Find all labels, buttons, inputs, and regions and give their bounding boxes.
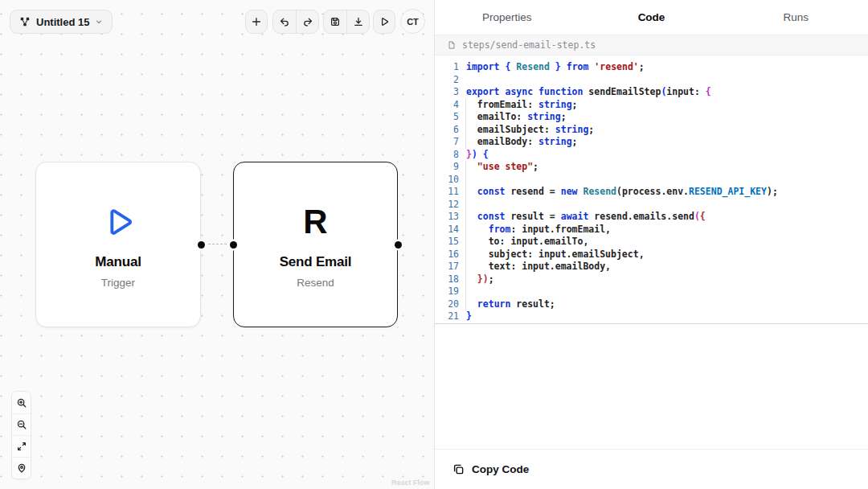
focus-button[interactable]: [12, 457, 31, 479]
code-text: const result = await resend.emails.send(…: [465, 211, 706, 224]
plus-icon: [251, 16, 262, 27]
code-text: "use step";: [465, 161, 538, 174]
add-node-button[interactable]: [245, 10, 268, 34]
code-line: 11 const resend = new Resend(process.env…: [435, 186, 868, 199]
save-button[interactable]: [324, 10, 346, 33]
code-text: export async function sendEmailStep(inpu…: [466, 86, 711, 99]
edge-manual-to-sendemail: [204, 244, 231, 244]
workflow-canvas[interactable]: Untitled 15 CT Manual Trigger R Send Ema…: [0, 0, 434, 489]
code-line: 10: [435, 174, 868, 187]
line-number: 7: [435, 136, 459, 149]
code-text: text: input.emailBody,: [465, 261, 611, 273]
line-number: 16: [435, 249, 459, 261]
code-editor[interactable]: 1import { Resend } from 'resend';23expor…: [435, 55, 868, 323]
handle-manual-source[interactable]: [198, 241, 205, 249]
undo-icon: [279, 16, 290, 27]
play-icon: [379, 16, 390, 27]
code-line: 3export async function sendEmailStep(inp…: [435, 86, 868, 99]
copy-code-bar: Copy Code: [435, 449, 868, 489]
code-line: 17 text: input.emailBody,: [435, 261, 868, 273]
toolbar-group: [323, 10, 370, 34]
code-line: 2: [435, 74, 868, 87]
line-number: 1: [435, 61, 459, 74]
code-line: 15 to: input.emailTo,: [435, 236, 868, 249]
node-subtitle: Trigger: [101, 277, 135, 289]
line-number: 8: [435, 149, 459, 162]
code-line: 8}) {: [435, 149, 868, 162]
fit-view-icon: [16, 441, 27, 452]
code-text: emailTo: string;: [465, 111, 567, 124]
download-icon: [353, 16, 364, 27]
tab-runs[interactable]: Runs: [723, 11, 868, 23]
tab-code[interactable]: Code: [579, 11, 724, 23]
zoom-out-icon: [16, 419, 27, 430]
code-line: 19: [435, 286, 868, 298]
undo-button[interactable]: [273, 10, 296, 33]
tab-properties[interactable]: Properties: [435, 11, 579, 23]
workflow-name-button[interactable]: Untitled 15: [10, 10, 113, 34]
code-line: 1import { Resend } from 'resend';: [435, 61, 868, 74]
line-number: 5: [435, 111, 459, 124]
line-number: 9: [435, 161, 459, 174]
code-text: [465, 174, 466, 187]
code-text: [465, 286, 466, 298]
code-line: 13 const result = await resend.emails.se…: [435, 211, 868, 224]
code-text: }: [466, 310, 472, 323]
redo-button[interactable]: [296, 10, 318, 33]
chevron-down-icon: [95, 18, 103, 26]
handle-sendemail-source[interactable]: [395, 241, 402, 249]
line-number: 4: [435, 99, 459, 112]
trigger-play-icon: [100, 201, 137, 243]
panel-tabs: PropertiesCodeRuns: [435, 0, 868, 35]
copy-code-label: Copy Code: [472, 463, 529, 475]
line-number: 10: [435, 174, 459, 187]
code-text: }) {: [466, 149, 489, 162]
line-number: 14: [435, 224, 459, 236]
code-text: emailBody: string;: [465, 136, 578, 149]
node-title: Manual: [95, 254, 141, 270]
zoom-in-icon: [16, 397, 27, 409]
workflow-icon: [19, 16, 31, 27]
user-avatar[interactable]: CT: [400, 9, 425, 34]
zoom-out-button[interactable]: [12, 413, 31, 435]
line-number: 2: [435, 74, 459, 87]
copy-code-button[interactable]: Copy Code: [452, 463, 529, 475]
node-title: Send Email: [280, 254, 352, 270]
line-number: 18: [435, 273, 459, 286]
code-text: fromEmail: string;: [465, 99, 578, 112]
canvas-zoom-controls: [11, 391, 31, 479]
code-text: [465, 199, 466, 212]
focus-pin-icon: [16, 462, 27, 474]
download-button[interactable]: [346, 10, 369, 33]
code-line: 9 "use step";: [435, 161, 868, 174]
inspector-panel: PropertiesCodeRuns steps/send-email-step…: [434, 0, 868, 489]
code-text: import { Resend } from 'resend';: [466, 61, 645, 74]
code-line: 16 subject: input.emailSubject,: [435, 249, 868, 261]
redo-icon: [302, 16, 313, 27]
code-text: subject: input.emailSubject,: [465, 249, 645, 261]
code-text: const resend = new Resend(process.env.RE…: [465, 186, 778, 199]
code-line: 14 from: input.fromEmail,: [435, 224, 868, 236]
handle-sendemail-target[interactable]: [230, 241, 237, 249]
code-text: from: input.fromEmail,: [465, 224, 611, 236]
file-path: steps/send-email-step.ts: [462, 39, 596, 51]
run-workflow-button[interactable]: [373, 10, 395, 34]
node-manual-trigger[interactable]: Manual Trigger: [35, 162, 201, 327]
file-path-bar: steps/send-email-step.ts: [435, 35, 868, 55]
code-text: });: [465, 273, 494, 286]
workflow-name-label: Untitled 15: [36, 16, 89, 28]
react-flow-attribution: React Flow: [391, 479, 430, 487]
code-line: 21}: [435, 310, 868, 323]
save-icon: [330, 16, 341, 27]
code-line: 18 });: [435, 273, 868, 286]
code-line: 6 emailSubject: string;: [435, 124, 868, 137]
fit-view-button[interactable]: [12, 435, 31, 457]
code-line: 5 emailTo: string;: [435, 111, 868, 124]
node-send-email[interactable]: R Send Email Resend: [233, 162, 398, 327]
line-number: 19: [435, 286, 459, 298]
code-line: 4 fromEmail: string;: [435, 99, 868, 112]
line-number: 12: [435, 199, 459, 212]
code-text: to: input.emailTo,: [465, 236, 588, 249]
code-line: 12: [435, 199, 868, 212]
zoom-in-button[interactable]: [12, 392, 31, 413]
